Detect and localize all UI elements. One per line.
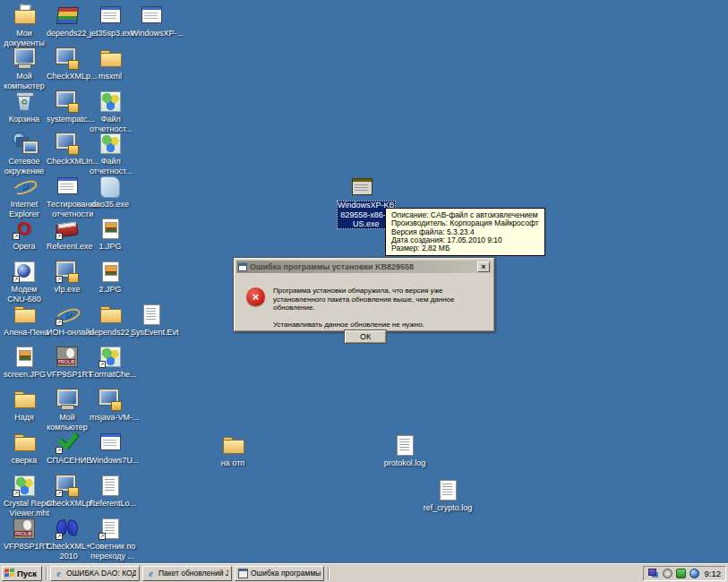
desktop-icon[interactable]: 1.JPG xyxy=(90,217,131,252)
installer-icon xyxy=(55,260,80,283)
taskbar-button-label: Ошибка программы уст... xyxy=(251,569,321,578)
desktop-icon[interactable]: сверка xyxy=(4,431,45,466)
desktop-icon[interactable]: Корзина xyxy=(4,90,45,124)
desktop-icon[interactable]: Файл отчетност... xyxy=(90,132,131,175)
settings-tray-icon[interactable] xyxy=(663,569,672,578)
dialog-titlebar[interactable]: Ошибка программы установки KB829558 × xyxy=(236,261,492,273)
butterfly-icon xyxy=(55,517,80,540)
desktop-icon-label: msxml xyxy=(98,72,122,81)
desktop-icon[interactable]: jet35sp3.exe xyxy=(90,4,131,39)
taskbar-window-button[interactable]: ОШИБКА DAO: КОД О... xyxy=(50,566,140,581)
desktop-icon-label: screen.JPG xyxy=(4,370,46,380)
shortcut-arrow-icon xyxy=(56,276,63,283)
start-button-label: Пуск xyxy=(17,569,37,578)
desktop-icon[interactable]: CheckXMLIn... xyxy=(47,132,88,167)
taskbar-divider xyxy=(46,567,47,580)
desktop-icon[interactable]: Windows7U... xyxy=(90,431,131,466)
desktop-icon[interactable]: CheckXML+ 2010 xyxy=(47,517,88,561)
close-icon[interactable]: × xyxy=(477,261,490,272)
desktop-icon[interactable]: Сетевое окружение xyxy=(4,132,45,175)
taskbar-window-button[interactable]: Ошибка программы уст... xyxy=(235,566,324,581)
desktop-icon[interactable]: msjava-VM-... xyxy=(90,388,131,423)
desktop-icon[interactable]: ReferentLo... xyxy=(90,474,131,509)
desktop-icon[interactable]: ИОН-онлайн xyxy=(47,303,88,338)
desktop-icon[interactable]: на отп xyxy=(212,433,253,468)
taskbar-divider xyxy=(328,567,329,580)
desktop-icon-label: dao35.exe xyxy=(91,200,129,210)
desktop-icon[interactable]: dao35.exe xyxy=(90,175,131,210)
desktop-icon[interactable]: Мой компьютер xyxy=(4,47,45,90)
desktop-icon[interactable]: Мой компьютер xyxy=(47,388,88,432)
antivirus-tray-icon[interactable] xyxy=(676,569,686,578)
dialog-title: Ошибка программы установки KB829558 xyxy=(250,262,414,271)
prolib-icon: PROLIB xyxy=(55,345,80,368)
crystal-icon xyxy=(12,474,37,497)
doc-icon xyxy=(435,478,460,501)
shortcut-arrow-icon xyxy=(13,490,20,497)
desktop-icon[interactable]: SysEvent.Evt xyxy=(131,303,172,338)
folder-icon xyxy=(12,431,37,454)
desktop-icon[interactable]: Алена-Пена xyxy=(4,303,45,338)
internet-tray-icon[interactable] xyxy=(689,569,699,578)
image-icon xyxy=(98,217,123,240)
desktop-icon[interactable]: CheckXMLp... xyxy=(47,47,88,81)
desktop-icon[interactable]: Файл отчетност... xyxy=(90,90,131,133)
window-icon xyxy=(139,4,164,27)
shortcut-arrow-icon xyxy=(98,533,106,540)
taskbar-window-button[interactable]: Пакет обновлений Jet -... xyxy=(142,566,232,581)
window-icon xyxy=(98,431,123,454)
desktop-icon[interactable]: Internet Explorer xyxy=(4,175,45,218)
desktop-icon-label: systempatc... xyxy=(47,115,94,124)
mydocs-icon xyxy=(12,4,37,27)
redbook-icon xyxy=(55,217,80,240)
desktop-icon[interactable]: Referent.exe xyxy=(47,217,88,252)
desktop-icon[interactable]: depends22_... xyxy=(90,303,131,338)
system-tray: 9:12 xyxy=(643,566,727,581)
desktop-icon[interactable]: Модем CNU-680 xyxy=(4,260,45,304)
desktop-icon[interactable]: Opera xyxy=(4,217,45,252)
desktop-icon[interactable]: WindowsXP-KB 829558-x86-R US.exe xyxy=(337,175,387,229)
dao-icon xyxy=(98,175,123,198)
desktop-icon[interactable]: vfp.exe xyxy=(47,260,88,295)
desktop-icon-label: Файл отчетност... xyxy=(90,115,133,133)
window-icon xyxy=(55,175,80,198)
desktop-icon[interactable]: Советник по переходу ... xyxy=(90,517,131,561)
desktop-icon[interactable]: СПАСЕНИЕ xyxy=(47,431,88,466)
desktop-icon-label: Internet Explorer xyxy=(9,200,39,218)
desktop-icon-label: FormatChe... xyxy=(90,370,137,380)
desktop-icon[interactable]: msxml xyxy=(90,47,131,81)
ie-icon xyxy=(12,175,37,198)
desktop-icon[interactable]: ref_crypto.log xyxy=(419,478,476,513)
prolib-icon: PROLIB xyxy=(12,517,37,540)
taskbar-clock[interactable]: 9:12 xyxy=(705,569,722,578)
desktop-icon[interactable]: Надя xyxy=(4,388,45,423)
desktop-icon[interactable]: protokol.log xyxy=(380,433,430,468)
desktop-icon[interactable]: systempatc... xyxy=(47,90,88,124)
desktop-icon[interactable]: Crystal Report Viewer.mht xyxy=(4,474,45,518)
installer-icon xyxy=(55,90,80,113)
setup-window-icon xyxy=(238,263,247,271)
ie-icon xyxy=(55,303,80,326)
desktop-icon[interactable]: depends22_... xyxy=(47,4,88,39)
desktop-icon[interactable]: CheckXMLpl... xyxy=(47,474,88,509)
installer-icon xyxy=(55,474,80,497)
network-connection-tray-icon[interactable] xyxy=(648,569,656,576)
ok-button[interactable]: ОК xyxy=(344,330,387,344)
desktop-icon-label: Мой компьютер xyxy=(4,72,44,90)
desktop-icon[interactable]: 2.JPG xyxy=(90,260,131,295)
desktop-icon[interactable]: PROLIB VFP8SP1RT.... xyxy=(4,517,45,552)
desktop-icon[interactable]: FormatChe... xyxy=(90,345,131,380)
desktop[interactable]: Мои документы depends22_... jet35sp3.exe… xyxy=(0,0,728,582)
desktop-icon[interactable]: Тестирование отчетности xyxy=(47,175,88,218)
doc-icon xyxy=(139,303,164,326)
desktop-icon-label: СПАСЕНИЕ xyxy=(47,456,91,466)
desktop-icon[interactable]: screen.JPG xyxy=(4,345,45,380)
folder-icon xyxy=(12,303,37,326)
desktop-icon[interactable]: PROLIB VFP9SP1RT.... xyxy=(47,345,88,380)
start-button[interactable]: Пуск xyxy=(2,566,42,581)
desktop-icon[interactable]: WindowsXP-... xyxy=(131,4,172,39)
desktop-icon[interactable]: Мои документы xyxy=(4,4,45,47)
installer-icon xyxy=(55,47,80,70)
folder-icon xyxy=(98,47,123,70)
computer-icon xyxy=(55,388,80,411)
